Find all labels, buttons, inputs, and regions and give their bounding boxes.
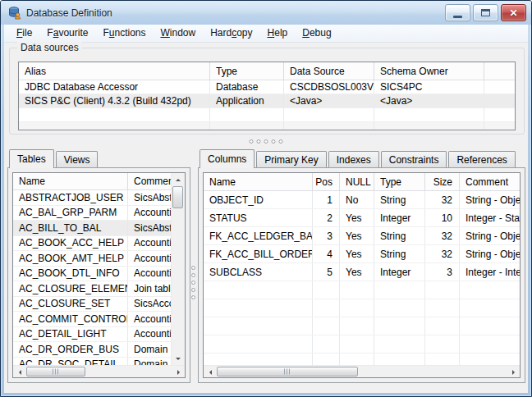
cell-comment: Integer - Interna: [460, 263, 520, 281]
tables-vertical-scrollbar[interactable]: [171, 173, 185, 365]
splitter-dot: [191, 295, 195, 299]
tab-primary-key[interactable]: Primary Key: [256, 151, 326, 167]
column-row[interactable]: STATUS 2 Yes Integer 10 Integer - Status: [204, 209, 520, 227]
table-row[interactable]: AC_DETAIL_LIGHT Accountin: [13, 327, 185, 343]
tab-indexes[interactable]: Indexes: [328, 151, 379, 167]
tab-tables[interactable]: Tables: [9, 149, 54, 168]
data-source-row[interactable]: [19, 108, 515, 122]
cell-column-name: FK_ACC_BILL_ORDER: [204, 245, 313, 262]
table-row[interactable]: AC_COMMIT_CONTROL Accountin: [13, 312, 185, 327]
cell-type: Integer: [374, 263, 425, 281]
columns-tab-content: Name Pos NULL Type Size Comment OBJECT_I…: [198, 167, 525, 383]
menu-functions[interactable]: Functions: [95, 25, 153, 42]
table-row[interactable]: AC_BAL_GRP_PARM Accountin: [13, 206, 185, 221]
scroll-left-button[interactable]: [13, 366, 25, 378]
arrow-down-icon: [176, 358, 181, 363]
maximize-button[interactable]: [473, 4, 498, 21]
tab-views[interactable]: Views: [56, 151, 99, 167]
close-button[interactable]: ✕: [501, 4, 526, 21]
data-source-row[interactable]: [19, 122, 515, 130]
column-header-name[interactable]: Name: [13, 173, 128, 189]
scroll-up-button[interactable]: [172, 173, 184, 185]
tables-tabs: Tables Views: [7, 149, 190, 167]
column-row[interactable]: FK_ACC_BILL_ORDER 4 Yes String 32 String…: [204, 245, 520, 263]
table-row[interactable]: ABSTRACTJOB_USER SicsAbstra: [13, 190, 185, 206]
menu-bar: FileFavouriteFunctionsWindowHardcopyHelp…: [4, 25, 528, 43]
cell-column-name: [204, 335, 313, 353]
menu-favourite[interactable]: Favourite: [39, 25, 95, 42]
titlebar[interactable]: Database Definition ✕: [1, 1, 531, 25]
cell-data-source: <Java>: [284, 94, 374, 107]
cell-table-name: AC_BILL_TO_BAL: [13, 221, 128, 235]
tables-table[interactable]: Name Comment ABSTRACTJOB_USER SicsAbstra…: [12, 172, 186, 378]
minimize-button[interactable]: [445, 4, 470, 21]
table-row[interactable]: AC_BOOK_AMT_HELP Accountin: [13, 251, 185, 267]
cell-column-name: FK_ACC_LEDGER_BAL: [204, 227, 313, 244]
scroll-right-button[interactable]: [507, 366, 520, 378]
columns-horizontal-scrollbar[interactable]: [204, 365, 520, 377]
table-row[interactable]: AC_CLOSURE_SET SicsAccou: [13, 297, 185, 313]
cell-pos: 3: [313, 227, 340, 244]
cell-null: [340, 317, 374, 335]
scroll-left-button[interactable]: [204, 366, 216, 378]
window-title: Database Definition: [26, 7, 112, 19]
cell-schema-owner: [374, 108, 484, 121]
data-sources-table[interactable]: Alias Type Data Source Schema Owner JDBC…: [18, 62, 516, 130]
table-row[interactable]: AC_CLOSURE_ELEMENT Join table: [13, 281, 185, 297]
data-source-row[interactable]: SICS P&C (Client) 4.3.2 (Build 432pd) Ap…: [19, 94, 515, 108]
cell-pos: 4: [313, 245, 340, 262]
tab-references[interactable]: References: [448, 151, 515, 167]
column-row[interactable]: FK_ACC_LEDGER_BAL 3 Yes String 32 String…: [204, 227, 520, 245]
column-header-data-source[interactable]: Data Source: [284, 62, 374, 80]
menu-file[interactable]: File: [9, 25, 39, 42]
scroll-thumb[interactable]: [26, 367, 85, 376]
menu-hardcopy[interactable]: Hardcopy: [203, 25, 259, 42]
column-header-type[interactable]: Type: [374, 173, 425, 190]
cell-filler: [484, 108, 515, 121]
column-header-null[interactable]: NULL: [340, 173, 374, 190]
cell-size: 32: [425, 227, 460, 244]
columns-table[interactable]: Name Pos NULL Type Size Comment OBJECT_I…: [203, 172, 521, 378]
scroll-thumb[interactable]: [217, 367, 358, 376]
table-row[interactable]: AC_DR_ORDER_BUS Domain re: [13, 342, 185, 358]
scroll-down-button[interactable]: [172, 353, 184, 365]
cell-size: 10: [425, 209, 460, 226]
tab-columns[interactable]: Columns: [200, 149, 255, 168]
vertical-splitter[interactable]: [191, 266, 195, 299]
columns-tabs: Columns Primary Key Indexes Constraints …: [198, 149, 525, 167]
table-row[interactable]: AC_BOOK_ACC_HELP Accountin: [13, 236, 185, 252]
column-header-alias[interactable]: Alias: [19, 62, 210, 80]
table-row[interactable]: AC_BOOK_DTL_INFO Accountin: [13, 267, 185, 282]
cell-type: String: [374, 227, 425, 244]
column-row[interactable]: [204, 299, 520, 317]
cell-null: [340, 335, 374, 353]
column-header-type[interactable]: Type: [210, 62, 284, 80]
cell-pos: 2: [313, 209, 340, 226]
scroll-right-button[interactable]: [172, 366, 185, 378]
menu-debug[interactable]: Debug: [295, 25, 338, 42]
data-source-row[interactable]: JDBC Database Accessor Database CSCDBSOS…: [19, 80, 515, 94]
column-header-name[interactable]: Name: [204, 173, 313, 190]
tables-horizontal-scrollbar[interactable]: [13, 365, 185, 377]
cell-comment: [460, 335, 520, 353]
cell-size: [425, 281, 460, 299]
menu-window[interactable]: Window: [153, 25, 203, 42]
column-header-size[interactable]: Size: [425, 173, 460, 190]
cell-type: [374, 281, 425, 299]
scroll-thumb[interactable]: [172, 186, 183, 208]
column-row[interactable]: [204, 317, 520, 335]
tab-constraints[interactable]: Constraints: [381, 151, 447, 167]
column-row[interactable]: OBJECT_ID 1 No String 32 String - Object…: [204, 191, 520, 209]
column-row[interactable]: [204, 281, 520, 299]
column-row[interactable]: SUBCLASS 5 Yes Integer 3 Integer - Inter…: [204, 263, 520, 281]
column-header-pos[interactable]: Pos: [313, 173, 340, 190]
data-sources-rows: JDBC Database Accessor Database CSCDBSOS…: [19, 80, 515, 130]
column-row[interactable]: [204, 335, 520, 354]
horizontal-splitter[interactable]: [250, 139, 283, 144]
cell-pos: [313, 317, 340, 335]
column-header-comment[interactable]: Comment: [460, 173, 520, 190]
menu-help[interactable]: Help: [260, 25, 296, 42]
table-row[interactable]: AC_BILL_TO_BAL SicsAbstra: [13, 221, 185, 236]
arrow-left-icon: [16, 370, 21, 375]
column-header-schema-owner[interactable]: Schema Owner: [374, 62, 484, 80]
